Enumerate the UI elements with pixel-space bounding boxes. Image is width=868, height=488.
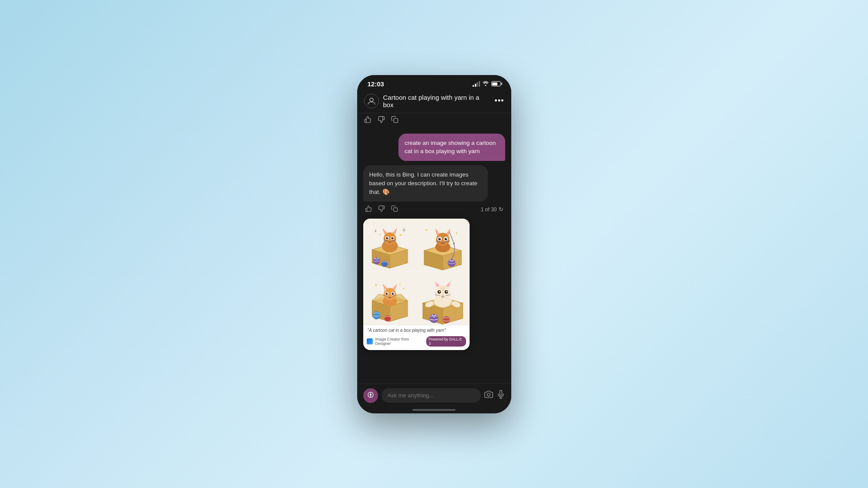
avatar [364, 94, 379, 108]
svg-point-43 [444, 238, 447, 240]
svg-text:✦: ✦ [455, 232, 458, 235]
mic-button[interactable] [496, 390, 505, 401]
designer-logo [367, 338, 373, 344]
svg-point-42 [438, 238, 441, 240]
copy-button[interactable] [391, 116, 398, 125]
image-grid: ♪ ♫ ✦ ✦ [363, 219, 470, 325]
bot-copy-button[interactable] [391, 205, 398, 213]
svg-point-112 [487, 393, 490, 396]
bot-action-bar: 1 of 30 ↻ [363, 204, 505, 214]
bot-thumbs-down-button[interactable] [378, 205, 385, 213]
svg-text:✦: ✦ [425, 228, 428, 232]
bot-message: Hello, this is Bing. I can create images… [363, 165, 488, 202]
svg-text:✦: ✦ [398, 283, 401, 286]
svg-text:✦: ✦ [374, 283, 377, 287]
svg-text:✦: ✦ [398, 233, 401, 237]
svg-point-72 [387, 293, 388, 294]
input-bar [357, 383, 511, 410]
top-action-bar [357, 113, 511, 129]
user-message: create an image showing a cartoon cat in… [398, 134, 505, 161]
image-footer: Image Creator from Designer Powered by D… [363, 334, 470, 350]
svg-point-16 [391, 237, 393, 239]
svg-point-100 [446, 291, 447, 292]
chat-area: create an image showing a cartoon cat in… [357, 129, 511, 383]
svg-text:✦: ✦ [378, 233, 381, 236]
svg-point-99 [439, 291, 441, 292]
refresh-icon[interactable]: ↻ [499, 206, 503, 213]
svg-point-0 [370, 98, 373, 102]
camera-button[interactable] [484, 390, 493, 401]
svg-point-18 [392, 237, 393, 238]
svg-point-70 [385, 292, 388, 295]
svg-point-17 [387, 237, 388, 238]
chat-input[interactable] [381, 388, 481, 403]
svg-point-44 [440, 238, 441, 239]
status-time: 12:03 [368, 80, 384, 88]
status-icons [473, 81, 501, 87]
image-cell-2: ✦ ✦ [416, 219, 470, 272]
generated-image-card[interactable]: ♪ ♫ ✦ ✦ [363, 219, 470, 350]
home-indicator [357, 410, 511, 413]
wifi-icon [482, 81, 489, 87]
thumbs-down-button[interactable] [378, 116, 385, 125]
more-options-button[interactable]: ••• [495, 96, 504, 105]
input-avatar [363, 388, 378, 403]
svg-text:♪: ♪ [374, 228, 376, 233]
bot-message-wrapper: Hello, this is Bing. I can create images… [363, 165, 505, 215]
chat-header: Cartoon cat playing with yarn in a box •… [357, 90, 511, 113]
image-cell-1: ♪ ♫ ✦ ✦ [363, 219, 417, 272]
designer-label: Image Creator from Designer [375, 337, 424, 346]
battery-icon [491, 81, 501, 86]
image-caption: "A cartoon cat in a box playing with yar… [363, 325, 470, 334]
chat-title: Cartoon cat playing with yarn in a box [383, 94, 490, 108]
thumbs-up-button[interactable] [364, 116, 372, 125]
svg-point-109 [369, 394, 372, 396]
image-cell-3: ✦ ✦ ✦ [363, 272, 417, 325]
image-cell-4 [416, 272, 470, 325]
svg-text:✦: ✦ [402, 287, 404, 291]
home-bar [412, 409, 456, 411]
svg-rect-1 [394, 118, 398, 122]
svg-point-45 [446, 238, 447, 239]
status-bar: 12:03 [357, 75, 511, 90]
copilot-icon [367, 391, 375, 400]
bot-thumbs-up-button[interactable] [365, 205, 372, 213]
svg-point-107 [443, 316, 450, 323]
response-count: 1 of 30 ↻ [481, 206, 503, 213]
svg-point-73 [393, 293, 394, 294]
svg-text:♫: ♫ [402, 227, 405, 232]
dalle-badge: Powered by DALL·E 3 [426, 336, 466, 347]
svg-rect-2 [394, 208, 398, 212]
phone-frame: 12:03 Cartoon cat playi [357, 75, 511, 413]
svg-point-71 [391, 292, 394, 295]
signal-icon [473, 81, 480, 87]
svg-point-15 [386, 237, 388, 239]
